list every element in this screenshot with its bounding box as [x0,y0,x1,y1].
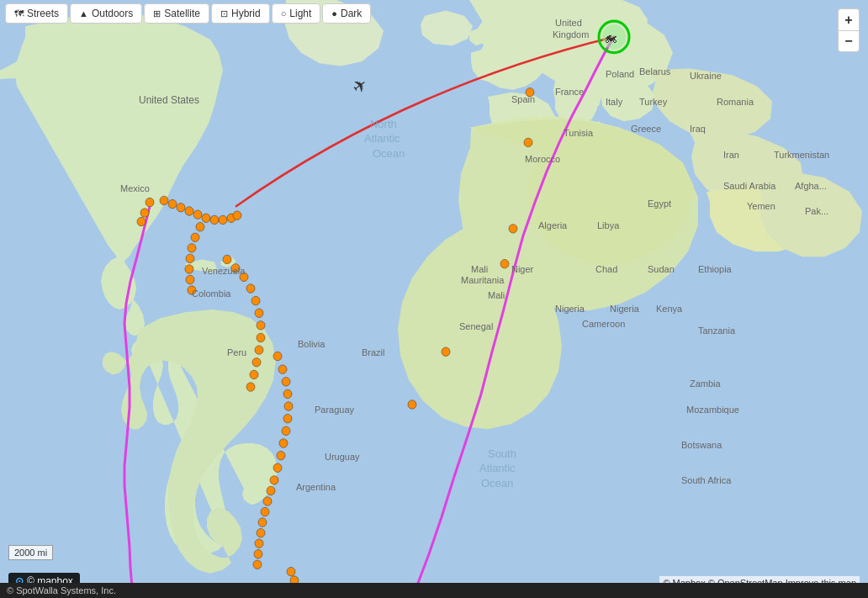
svg-point-11 [219,215,227,224]
svg-text:Iraq: Iraq [690,124,706,134]
svg-point-46 [261,507,269,516]
svg-text:Cameroon: Cameroon [582,319,625,329]
svg-text:Afgha...: Afgha... [795,181,827,191]
svg-point-52 [287,567,295,575]
streets-icon: 🗺 [14,8,24,19]
svg-point-2 [140,209,149,217]
svg-text:🏍: 🏍 [604,29,617,45]
svg-point-28 [257,333,265,341]
svg-point-16 [188,244,196,252]
svg-point-45 [263,497,272,505]
svg-point-14 [196,223,204,231]
svg-point-5 [168,199,177,208]
svg-point-33 [273,352,282,360]
svg-point-41 [277,451,285,459]
svg-text:United States: United States [139,94,199,106]
hybrid-button[interactable]: ⊡ Hybrid [211,3,270,24]
satellite-label: Satellite [164,8,200,19]
svg-text:Turkey: Turkey [639,97,668,107]
svg-point-49 [255,539,263,548]
svg-text:Paraguay: Paraguay [315,405,354,415]
satellite-button[interactable]: ⊞ Satellite [144,3,209,24]
zoom-out-button[interactable]: − [838,30,860,52]
map-background: ✈ 🏍 United States North Atlantic Ocean A… [0,0,868,598]
svg-point-21 [223,255,231,263]
satellite-icon: ⊞ [153,8,161,19]
svg-text:Senegal: Senegal [459,321,493,331]
svg-point-10 [210,215,219,224]
svg-text:Brazil: Brazil [362,347,385,357]
svg-text:Pak...: Pak... [805,206,828,216]
scale-bar: 2000 mi [8,545,53,560]
svg-text:Botswana: Botswana [681,440,722,450]
svg-text:United: United [555,18,582,28]
svg-text:Atlantic: Atlantic [479,462,516,474]
spotwalla-text: © SpotWalla Systems, Inc. [7,585,116,595]
svg-text:Yemen: Yemen [747,201,775,211]
svg-text:Sudan: Sudan [648,264,675,274]
svg-text:Atlantic: Atlantic [364,132,400,145]
svg-point-4 [160,196,168,204]
dark-button[interactable]: ● Dark [322,3,371,24]
svg-point-30 [252,358,261,367]
svg-point-38 [283,414,292,422]
light-button[interactable]: ○ Light [272,3,321,24]
svg-point-13 [233,211,241,220]
svg-text:Mozambique: Mozambique [686,405,739,415]
svg-point-15 [191,233,199,241]
svg-text:Mexico: Mexico [120,183,150,193]
svg-text:Mali: Mali [471,264,488,274]
svg-text:France: France [555,87,584,97]
svg-point-39 [282,426,290,435]
svg-point-43 [270,476,278,484]
svg-text:Algeria: Algeria [538,220,568,230]
svg-point-37 [284,402,293,410]
light-label: Light [289,8,311,19]
dark-icon: ● [331,8,337,19]
svg-point-51 [253,560,262,569]
outdoors-label: Outdoors [92,8,133,19]
svg-point-17 [186,254,194,262]
svg-point-25 [251,296,260,304]
svg-point-8 [193,210,202,219]
svg-text:Ocean: Ocean [373,147,405,160]
svg-point-27 [257,321,265,330]
svg-text:Uruguay: Uruguay [325,452,360,462]
svg-text:Libya: Libya [597,220,620,230]
svg-text:South Africa: South Africa [681,475,732,485]
svg-point-42 [273,463,282,472]
svg-text:South: South [488,447,516,459]
light-icon: ○ [281,8,287,19]
svg-text:Zambia: Zambia [690,378,721,389]
svg-point-18 [185,265,193,273]
scale-label: 2000 mi [14,548,47,558]
dark-label: Dark [341,8,362,19]
svg-point-9 [202,214,210,222]
spotwalla-credit: © SpotWalla Systems, Inc. [0,583,868,598]
svg-text:Morocco: Morocco [525,154,560,164]
svg-point-58 [509,225,517,233]
svg-text:Poland: Poland [606,69,634,79]
svg-text:Kingdom: Kingdom [553,29,589,40]
svg-point-59 [500,259,509,267]
svg-text:Saudi Arabia: Saudi Arabia [723,181,776,191]
svg-text:Chad: Chad [595,264,617,274]
svg-text:Kenya: Kenya [656,304,683,314]
svg-text:Tanzania: Tanzania [698,325,736,336]
zoom-in-button[interactable]: + [838,8,860,30]
svg-point-32 [246,383,255,391]
svg-point-6 [177,204,185,212]
svg-point-35 [282,378,290,386]
svg-point-3 [137,217,146,225]
svg-point-55 [408,400,416,409]
svg-text:North: North [370,117,397,130]
svg-text:Nigeria: Nigeria [555,304,585,314]
svg-point-50 [254,549,262,558]
streets-button[interactable]: 🗺 Streets [5,3,68,24]
svg-text:Peru: Peru [227,347,246,357]
svg-text:Mauritania: Mauritania [461,274,505,284]
outdoors-button[interactable]: ▲ Outdoors [70,3,142,24]
streets-label: Streets [27,8,59,19]
map-container[interactable]: ✈ 🏍 United States North Atlantic Ocean A… [0,0,868,598]
svg-point-31 [250,370,258,378]
